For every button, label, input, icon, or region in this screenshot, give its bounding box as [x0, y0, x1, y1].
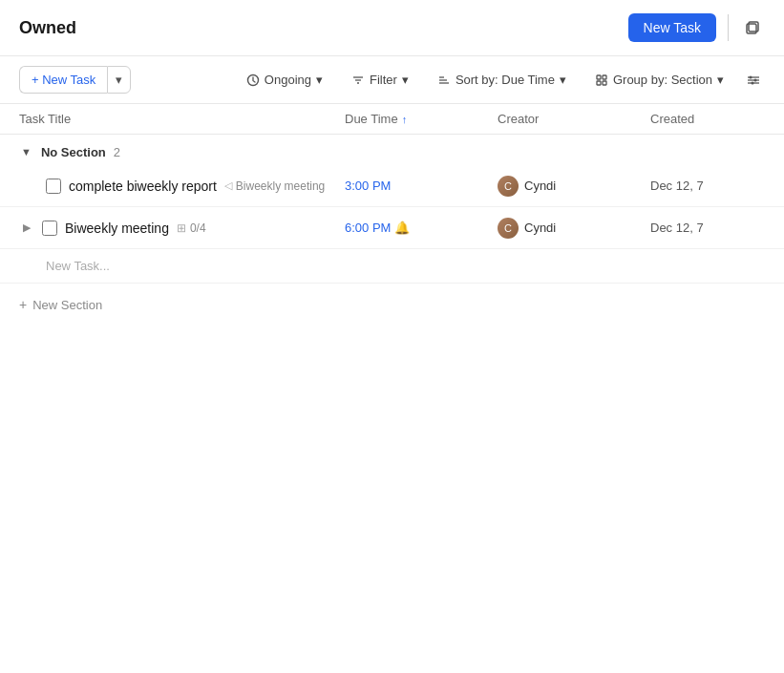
duplicate-icon [744, 19, 761, 36]
ongoing-chevron-icon: ▾ [316, 73, 323, 87]
subtask-indicator: ⊞ 0/4 [177, 221, 206, 235]
col-title-label: Task Title [19, 112, 71, 126]
svg-point-16 [750, 75, 752, 78]
page-header: Owned New Task [0, 0, 784, 56]
new-task-placeholder: New Task... [46, 259, 110, 273]
header-divider [728, 14, 729, 41]
task-name: complete biweekly report [69, 179, 217, 194]
task-checkbox[interactable] [46, 179, 61, 194]
task-due-time: 3:00 PM [345, 179, 498, 193]
subtask-icon: ⊞ [177, 221, 186, 235]
svg-rect-10 [603, 75, 606, 79]
ongoing-filter-button[interactable]: Ongoing ▾ [236, 67, 333, 93]
sort-button[interactable]: Sort by: Due Time ▾ [427, 67, 577, 93]
task-title-cell: complete biweekly report ◁ Biweekly meet… [19, 171, 345, 201]
table-header: Task Title Due Time ↑ Creator Created [0, 104, 784, 135]
section-name: No Section [41, 145, 106, 159]
dropdown-arrow-icon: ▾ [116, 73, 122, 87]
col-created-label: Created [650, 112, 694, 126]
group-label: Group by: Section [613, 73, 712, 87]
tag-label: Biweekly meeting [236, 179, 325, 193]
svg-rect-9 [597, 75, 601, 79]
task-due-time: 6:00 PM 🔔 [345, 221, 498, 235]
bell-icon: 🔔 [394, 221, 410, 235]
adjust-columns-button[interactable] [742, 69, 765, 92]
col-creator-label: Creator [498, 112, 539, 126]
header-actions: New Task [628, 13, 765, 42]
plus-icon: + [19, 297, 27, 312]
task-checkbox[interactable] [42, 221, 57, 236]
filter-label: Filter [370, 73, 397, 87]
sort-icon [437, 74, 451, 87]
task-name: Biweekly meeting [65, 221, 169, 236]
duplicate-view-button[interactable] [740, 15, 765, 40]
avatar: C [498, 176, 519, 197]
section-count: 2 [114, 145, 120, 159]
filter-button[interactable]: Filter ▾ [341, 67, 419, 93]
table-row: ▶ Biweekly meeting ⊞ 0/4 6:00 PM 🔔 C Cyn… [0, 207, 784, 249]
avatar-image: C [498, 176, 519, 197]
avatar-image: C [498, 218, 519, 239]
group-icon [595, 74, 608, 87]
new-section-label: New Section [32, 298, 102, 312]
adjust-icon [746, 73, 761, 88]
subtask-count: 0/4 [190, 221, 206, 235]
svg-point-18 [752, 81, 754, 84]
group-chevron-icon: ▾ [717, 73, 724, 87]
new-task-split-button: + New Task ▾ [19, 66, 131, 94]
group-button[interactable]: Group by: Section ▾ [584, 67, 734, 93]
task-tag: ◁ Biweekly meeting [224, 179, 325, 193]
col-header-title: Task Title [19, 112, 345, 126]
filter-icon [351, 74, 365, 87]
task-creator: C Cyndi [498, 176, 650, 197]
link-icon: ◁ [224, 179, 232, 192]
new-task-header-button[interactable]: New Task [628, 13, 716, 42]
section-collapse-button[interactable]: ▼ [19, 144, 33, 159]
task-title-cell: ▶ Biweekly meeting ⊞ 0/4 [19, 212, 345, 243]
col-header-creator: Creator [498, 112, 650, 126]
filter-chevron-icon: ▾ [402, 73, 409, 87]
col-due-label: Due Time [345, 112, 398, 126]
svg-point-17 [754, 78, 757, 81]
page-title: Owned [19, 18, 76, 38]
due-time-value: 3:00 PM [345, 179, 391, 193]
new-section-button[interactable]: + New Section [0, 284, 784, 326]
task-creator: C Cyndi [498, 218, 650, 239]
new-task-dropdown-button[interactable]: ▾ [107, 66, 131, 94]
task-created: Dec 12, 7 [650, 179, 765, 193]
task-created: Dec 12, 7 [650, 221, 765, 235]
creator-name: Cyndi [524, 221, 556, 235]
due-time-value: 6:00 PM [345, 221, 391, 235]
no-section-header: ▼ No Section 2 [0, 135, 784, 165]
svg-rect-12 [603, 81, 606, 85]
svg-rect-11 [597, 81, 601, 85]
new-task-inline[interactable]: New Task... [0, 249, 784, 284]
ongoing-label: Ongoing [265, 73, 311, 87]
table-row: complete biweekly report ◁ Biweekly meet… [0, 165, 784, 207]
creator-name: Cyndi [524, 179, 556, 193]
new-task-toolbar-button[interactable]: + New Task [19, 66, 107, 94]
sort-chevron-icon: ▾ [560, 73, 566, 87]
col-header-due-time[interactable]: Due Time ↑ [345, 112, 498, 126]
avatar: C [498, 218, 519, 239]
toolbar: + New Task ▾ Ongoing ▾ Filter ▾ Sort by:… [0, 56, 784, 104]
ongoing-icon [246, 74, 260, 87]
task-expand-button[interactable]: ▶ [19, 220, 34, 236]
sort-asc-icon: ↑ [402, 114, 408, 125]
col-header-created: Created [650, 112, 765, 126]
sort-label: Sort by: Due Time [456, 73, 555, 87]
